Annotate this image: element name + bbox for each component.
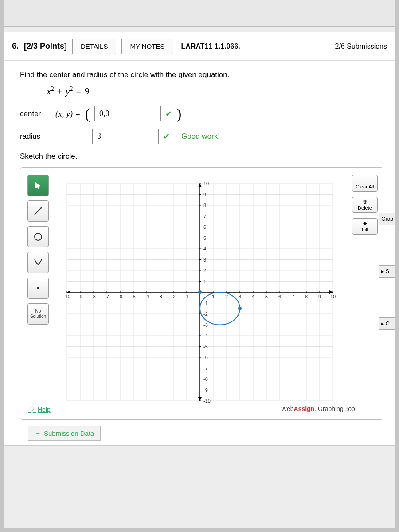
svg-text:2: 2 — [225, 294, 228, 299]
fill-icon: ◆ — [363, 220, 367, 226]
center-label: center — [20, 110, 51, 118]
svg-text:-5: -5 — [131, 294, 136, 299]
question-card: 6. [2/3 Points] DETAILS MY NOTES LARAT11… — [4, 32, 395, 446]
point-tool-button[interactable] — [27, 278, 49, 299]
svg-text:5: 5 — [203, 235, 206, 241]
submission-count: 2/6 Submissions — [335, 43, 387, 51]
svg-text:4: 4 — [203, 246, 206, 251]
svg-text:2: 2 — [203, 268, 206, 273]
clear-icon — [362, 177, 368, 183]
radius-label: radius — [20, 132, 51, 141]
equation-display: x2 + y2 = 9 — [47, 86, 382, 97]
plus-icon: ＋ — [35, 429, 41, 438]
reference-code: LARAT11 1.1.066. — [181, 43, 240, 51]
radius-input[interactable] — [92, 129, 159, 144]
svg-text:7: 7 — [292, 294, 294, 299]
side-tab-s[interactable]: ▸ S — [379, 265, 395, 278]
svg-text:-4: -4 — [203, 333, 208, 338]
svg-text:1: 1 — [203, 279, 206, 284]
help-link[interactable]: ❔ Help — [28, 406, 51, 413]
my-notes-button[interactable]: MY NOTES — [121, 39, 173, 54]
question-prompt: Find the center and radius of the circle… — [20, 70, 382, 79]
svg-text:-1: -1 — [184, 294, 189, 299]
feedback-text: Good work! — [181, 132, 220, 141]
line-tool-button[interactable] — [27, 200, 49, 222]
svg-text:-10: -10 — [63, 294, 70, 299]
graph-canvas[interactable]: -10-9-8-7-6-5-4-3-2-112345678910-10-9-8-… — [58, 175, 342, 410]
sketch-label: Sketch the circle. — [20, 152, 382, 161]
svg-text:9: 9 — [203, 192, 206, 197]
check-icon: ✔ — [163, 132, 170, 141]
svg-text:10: 10 — [203, 181, 209, 186]
left-toolbar: No Solution — [27, 175, 49, 325]
center-input[interactable] — [94, 106, 161, 121]
graphing-tool: No Solution -10-9-8-7-6-5-4-3-2-11234567… — [20, 167, 383, 420]
svg-text:-7: -7 — [203, 366, 208, 371]
svg-text:-6: -6 — [118, 294, 122, 299]
no-solution-button[interactable]: No Solution — [27, 303, 49, 325]
svg-text:10: 10 — [330, 294, 336, 299]
clear-all-button[interactable]: Clear All — [352, 175, 378, 192]
svg-marker-48 — [329, 290, 333, 294]
paren-close: ) — [176, 106, 181, 121]
pointer-tool-button[interactable] — [27, 175, 49, 196]
check-icon: ✔ — [165, 109, 172, 119]
svg-text:-10: -10 — [203, 398, 211, 403]
svg-text:-5: -5 — [203, 344, 208, 349]
center-row: center (x, y) = ( ✔ ) — [20, 106, 382, 121]
svg-point-132 — [200, 292, 240, 325]
question-number: 6. — [12, 42, 19, 51]
trash-icon: 🗑 — [363, 199, 368, 204]
svg-text:3: 3 — [203, 257, 206, 262]
svg-text:3: 3 — [239, 294, 241, 299]
svg-text:8: 8 — [203, 203, 206, 208]
question-header: 6. [2/3 Points] DETAILS MY NOTES LARAT11… — [4, 32, 395, 61]
svg-text:4: 4 — [252, 294, 254, 299]
svg-text:5: 5 — [265, 294, 268, 299]
svg-point-2 — [35, 233, 42, 240]
svg-text:-3: -3 — [158, 294, 162, 299]
delete-button[interactable]: 🗑 Delete — [352, 197, 378, 213]
side-tab-c[interactable]: ▸ C — [379, 317, 395, 330]
paren-open: ( — [85, 106, 90, 121]
svg-point-133 — [198, 290, 202, 294]
svg-marker-49 — [67, 290, 70, 294]
parabola-tool-button[interactable] — [27, 252, 49, 273]
svg-text:-7: -7 — [105, 294, 109, 299]
svg-text:-8: -8 — [91, 294, 96, 299]
svg-point-134 — [238, 307, 242, 310]
submission-data-toggle[interactable]: ＋ Submission Data — [28, 426, 101, 441]
svg-text:6: 6 — [278, 294, 281, 299]
svg-marker-50 — [198, 184, 202, 187]
graph-layers-tab[interactable]: Grap — [379, 213, 395, 225]
help-icon: ❔ — [28, 406, 36, 413]
svg-text:-1: -1 — [203, 301, 208, 306]
radius-row: radius ✔ Good work! — [20, 129, 382, 144]
details-button[interactable]: DETAILS — [72, 39, 116, 54]
svg-marker-51 — [198, 397, 202, 401]
svg-text:-9: -9 — [78, 294, 82, 299]
svg-text:9: 9 — [318, 294, 321, 299]
svg-text:6: 6 — [203, 224, 206, 230]
center-expression: (x, y) = — [55, 109, 81, 119]
svg-point-3 — [37, 287, 39, 289]
svg-text:8: 8 — [305, 294, 308, 299]
svg-text:-6: -6 — [203, 355, 208, 360]
svg-text:-2: -2 — [171, 294, 176, 299]
svg-text:-8: -8 — [203, 376, 208, 382]
svg-text:-2: -2 — [203, 311, 208, 317]
svg-text:-4: -4 — [145, 294, 149, 299]
svg-text:1: 1 — [212, 294, 215, 299]
points-label: [2/3 Points] — [24, 42, 67, 51]
svg-text:-3: -3 — [203, 322, 208, 328]
right-toolbar: Clear All 🗑 Delete ◆ Fill — [352, 175, 378, 235]
credit-text: WebAssign. Graphing Tool — [281, 405, 356, 412]
svg-text:7: 7 — [203, 214, 206, 219]
svg-text:-9: -9 — [203, 387, 208, 393]
circle-tool-button[interactable] — [27, 226, 49, 247]
fill-button[interactable]: ◆ Fill — [352, 218, 378, 235]
